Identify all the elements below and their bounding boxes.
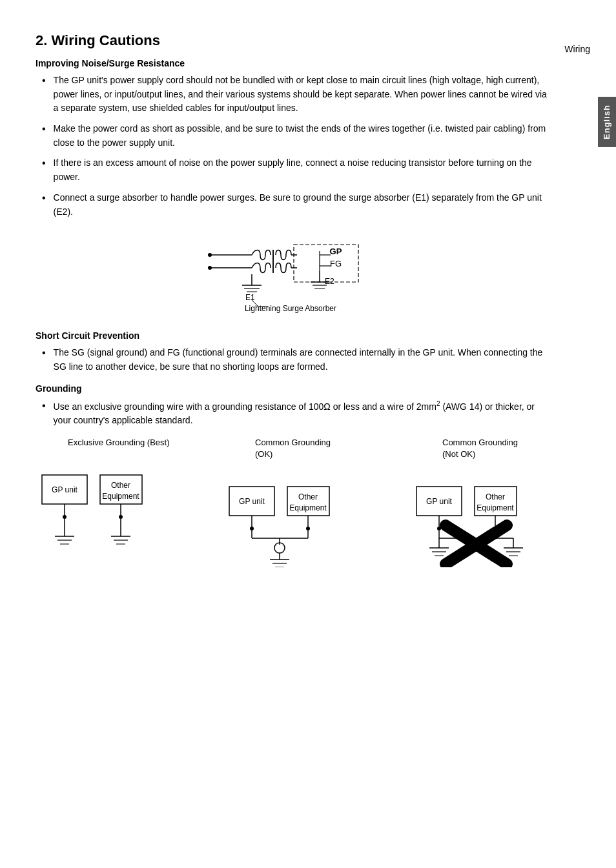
- bullet-text: Use an exclusive grounding wire with a g…: [54, 399, 551, 428]
- bullet-text: The GP unit's power supply cord should n…: [54, 74, 551, 116]
- diagram-title-exclusive: Exclusive Grounding (Best): [68, 437, 170, 449]
- common-grounding-ok-svg: GP unit Other Equipment: [223, 464, 410, 567]
- surge-diagram-container: GP FG E1: [36, 230, 551, 316]
- svg-text:GP unit: GP unit: [239, 497, 265, 506]
- svg-point-36: [63, 515, 67, 519]
- svg-text:GP: GP: [329, 247, 342, 256]
- surge-diagram-svg: GP FG E1: [190, 230, 397, 314]
- svg-text:Lightening Surge Absorber: Lightening Surge Absorber: [244, 304, 336, 313]
- bullet-text: Connect a surge absorber to handle power…: [54, 191, 551, 219]
- svg-text:GP unit: GP unit: [426, 497, 452, 506]
- exclusive-grounding-svg: GP unit Other Equipment: [36, 452, 223, 556]
- section-grounding: Grounding Use an exclusive grounding wir…: [36, 383, 551, 567]
- diagram-title-common-notok: Common Grounding(Not OK): [442, 437, 518, 460]
- common-grounding-notok-svg: GP unit Other Equipment: [410, 464, 597, 567]
- subtitle-noise-surge: Improving Noise/Surge Resistance: [36, 58, 551, 68]
- page-title: 2. Wiring Cautions: [36, 32, 551, 49]
- svg-text:Other: Other: [486, 492, 505, 501]
- section-short-circuit: Short Circuit Prevention The SG (signal …: [36, 330, 551, 374]
- section-noise-surge: Improving Noise/Surge Resistance The GP …: [36, 58, 551, 316]
- bullet-text: The SG (signal ground) and FG (functiona…: [54, 346, 551, 374]
- bullet-list-short-circuit: The SG (signal ground) and FG (functiona…: [36, 346, 551, 374]
- page-container: Wiring English 2. Wiring Cautions Improv…: [0, 32, 616, 868]
- list-item: Use an exclusive grounding wire with a g…: [36, 399, 551, 428]
- svg-text:Equipment: Equipment: [289, 503, 327, 512]
- svg-text:GP unit: GP unit: [52, 485, 77, 494]
- list-item: Make the power cord as short as possible…: [36, 122, 551, 150]
- svg-point-53: [250, 527, 254, 530]
- svg-point-2: [208, 253, 212, 257]
- svg-text:E1: E1: [245, 293, 255, 302]
- svg-text:E2: E2: [325, 277, 334, 286]
- header-label: Wiring: [564, 44, 590, 54]
- svg-text:Other: Other: [111, 481, 130, 490]
- main-content: 2. Wiring Cautions Improving Noise/Surge…: [36, 32, 577, 567]
- list-item: The SG (signal ground) and FG (functiona…: [36, 346, 551, 374]
- sidebar-tab: English: [598, 97, 616, 147]
- svg-point-3: [208, 266, 212, 270]
- bullet-text: If there is an excess amount of noise on…: [54, 156, 551, 184]
- svg-text:Equipment: Equipment: [477, 503, 514, 512]
- exclusive-grounding-diagram: Exclusive Grounding (Best) GP unit Other…: [36, 437, 223, 556]
- bullet-text: Make the power cord as short as possible…: [54, 122, 551, 150]
- subtitle-short-circuit: Short Circuit Prevention: [36, 330, 551, 341]
- list-item: If there is an excess amount of noise on…: [36, 156, 551, 184]
- svg-text:Equipment: Equipment: [102, 492, 139, 501]
- bullet-list-noise-surge: The GP unit's power supply cord should n…: [36, 74, 551, 219]
- common-grounding-notok-diagram: Common Grounding(Not OK) GP unit Other E…: [410, 437, 597, 567]
- subtitle-grounding: Grounding: [36, 383, 551, 394]
- svg-point-42: [119, 515, 123, 519]
- diagram-title-common-ok: Common Grounding(OK): [255, 437, 331, 460]
- svg-point-56: [306, 527, 310, 530]
- bullet-list-grounding: Use an exclusive grounding wire with a g…: [36, 399, 551, 428]
- common-grounding-ok-diagram: Common Grounding(OK) GP unit Other Equip…: [223, 437, 410, 567]
- svg-text:Other: Other: [298, 492, 318, 501]
- list-item: The GP unit's power supply cord should n…: [36, 74, 551, 116]
- list-item: Connect a surge absorber to handle power…: [36, 191, 551, 219]
- grounding-diagrams: Exclusive Grounding (Best) GP unit Other…: [36, 437, 551, 567]
- svg-text:FG: FG: [329, 259, 341, 268]
